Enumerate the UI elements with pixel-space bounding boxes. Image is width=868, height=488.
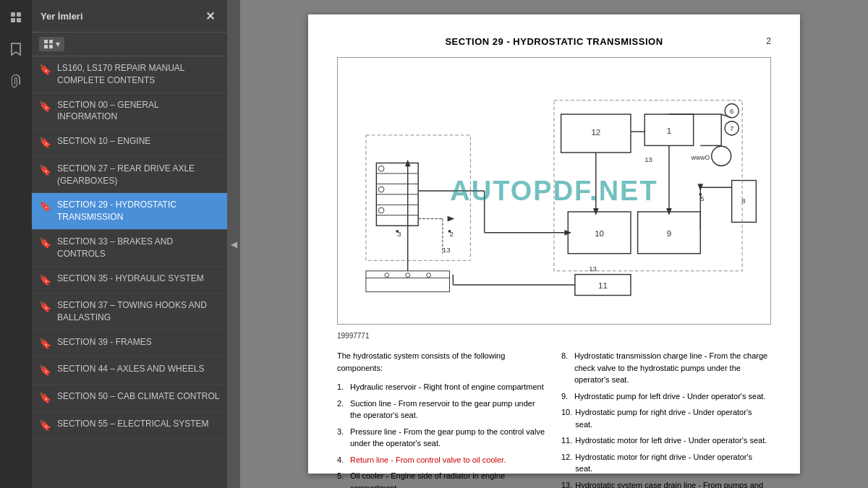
svg-text:6: 6 [730, 107, 733, 115]
list-number: 5. [337, 470, 347, 488]
list-item: 13.Hydrostatic system case drain line - … [561, 479, 771, 489]
list-text: Hydrostatic motor for right drive - Unde… [575, 451, 771, 475]
controls-arrow: ▾ [56, 39, 60, 49]
bookmark-marker-icon: 🔖 [39, 337, 51, 351]
list-number: 8. [561, 350, 571, 386]
list-item: 8.Hydrostatic transmission charge line -… [561, 350, 771, 386]
bookmark-marker-icon: 🔖 [39, 391, 51, 406]
bookmark-item-bm-s33[interactable]: 🔖 SECTION 33 – BRAKES AND CONTROLS [32, 230, 227, 267]
right-list: 8.Hydrostatic transmission charge line -… [561, 350, 771, 488]
bookmark-marker-icon: 🔖 [39, 163, 51, 178]
bookmark-marker-icon: 🔖 [39, 236, 51, 251]
pdf-page: 2 SECTION 29 - HYDROSTATIC TRANSMISSION [308, 14, 800, 474]
bookmark-item-bm-s50[interactable]: 🔖 SECTION 50 – CAB CLIMATE CONTROL [32, 385, 227, 412]
svg-rect-5 [49, 40, 53, 43]
content-columns: The hydrostatic system consists of the f… [337, 350, 771, 488]
panel-collapse-arrow[interactable]: ◀ [227, 0, 240, 488]
svg-text:13: 13 [644, 155, 652, 163]
list-item: 9.Hydrostatic pump for left drive - Unde… [561, 390, 771, 403]
list-text: Oil cooler - Engine side of radiator in … [350, 470, 547, 488]
bookmark-item-bm-s27[interactable]: 🔖 SECTION 27 – REAR DRIVE AXLE (GEARBOXE… [32, 157, 227, 194]
svg-rect-7 [49, 45, 53, 48]
bookmark-label: SECTION 27 – REAR DRIVE AXLE (GEARBOXES) [57, 163, 220, 187]
panel-controls: ▾ [32, 33, 227, 56]
bookmark-icon[interactable] [4, 38, 27, 61]
bookmark-label: SECTION 10 – ENGINE [57, 135, 220, 147]
bookmark-marker-icon: 🔖 [39, 200, 51, 214]
bookmark-label: SECTION 33 – BRAKES AND CONTROLS [57, 236, 220, 260]
list-item: 1.Hydraulic reservoir - Right front of e… [337, 381, 547, 393]
list-number: 10. [561, 406, 572, 430]
svg-text:9: 9 [667, 229, 671, 238]
bookmark-item-bm-s44[interactable]: 🔖 SECTION 44 – AXLES AND WHEELS [32, 357, 227, 385]
left-toolbar [0, 0, 32, 488]
list-number: 1. [337, 381, 347, 393]
pages-icon[interactable] [4, 6, 27, 29]
grid-controls-button[interactable]: ▾ [39, 37, 64, 51]
bookmark-label: SECTION 29 - HYDROSTATIC TRANSMISSION [57, 199, 220, 223]
svg-text:7: 7 [730, 124, 733, 132]
list-number: 12. [561, 451, 572, 475]
left-list: 1.Hydraulic reservoir - Right front of e… [337, 381, 547, 488]
svg-rect-0 [11, 12, 15, 17]
bookmark-item-bm-s10[interactable]: 🔖 SECTION 10 – ENGINE [32, 129, 227, 157]
attachment-icon[interactable] [4, 69, 27, 93]
bookmark-list: 🔖 LS160, LS170 REPAIR MANUAL COMPLETE CO… [32, 56, 227, 488]
bookmark-item-bm-s55[interactable]: 🔖 SECTION 55 – ELECTRICAL SYSTEM [32, 412, 227, 440]
list-text: Return line - From control valve to oil … [350, 454, 506, 466]
bookmark-marker-icon: 🔖 [39, 63, 51, 77]
svg-text:10: 10 [595, 229, 604, 238]
list-text: Suction line - From reservoir to the gea… [350, 398, 547, 421]
list-item: 10.Hydrostatic pump for right drive - Un… [561, 406, 771, 430]
intro-text: The hydrostatic system consists of the f… [337, 350, 547, 374]
main-content: 2 SECTION 29 - HYDROSTATIC TRANSMISSION [240, 0, 868, 488]
bookmark-marker-icon: 🔖 [39, 273, 51, 288]
list-text: Hydrostatic motor for left drive - Under… [575, 435, 767, 447]
diagram-container: 10 9 1 12 11 wwwO 7 [337, 57, 771, 325]
bookmark-item-bm-s00[interactable]: 🔖 SECTION 00 – GENERAL INFORMATION [32, 93, 227, 130]
svg-rect-3 [17, 18, 21, 22]
svg-point-42 [396, 230, 399, 233]
list-text: Hydrostatic system case drain line - Fro… [575, 479, 771, 489]
bookmark-label: SECTION 39 - FRAMES [57, 336, 220, 348]
svg-rect-6 [44, 45, 48, 48]
bookmark-marker-icon: 🔖 [39, 300, 51, 314]
list-item: 11.Hydrostatic motor for left drive - Un… [561, 435, 771, 447]
svg-text:12: 12 [591, 128, 600, 137]
svg-point-40 [448, 230, 451, 233]
list-number: 9. [561, 390, 571, 403]
bookmark-item-bm-ls160[interactable]: 🔖 LS160, LS170 REPAIR MANUAL COMPLETE CO… [32, 56, 227, 93]
list-number: 11. [561, 435, 572, 447]
list-text: Hydrostatic pump for right drive - Under… [575, 406, 771, 430]
svg-text:11: 11 [598, 281, 608, 290]
bookmark-label: SECTION 50 – CAB CLIMATE CONTROL [57, 390, 220, 403]
list-number: 3. [337, 426, 347, 450]
bookmark-item-bm-s39[interactable]: 🔖 SECTION 39 - FRAMES [32, 330, 227, 358]
page-number: 2 [766, 36, 771, 46]
svg-rect-1 [17, 12, 21, 17]
bookmark-marker-icon: 🔖 [39, 419, 51, 433]
bookmark-label: LS160, LS170 REPAIR MANUAL COMPLETE CONT… [57, 62, 220, 87]
bookmark-item-bm-s29[interactable]: 🔖 SECTION 29 - HYDROSTATIC TRANSMISSION [32, 193, 227, 230]
bookmark-marker-icon: 🔖 [39, 364, 51, 378]
svg-text:13: 13 [589, 265, 597, 273]
list-item: 5.Oil cooler - Engine side of radiator i… [337, 470, 547, 488]
bookmark-item-bm-s35[interactable]: 🔖 SECTION 35 - HYDRAULIC SYSTEM [32, 267, 227, 294]
list-text: Pressure line - From the gear pump to th… [350, 426, 547, 450]
svg-rect-2 [11, 18, 15, 22]
list-item: 12.Hydrostatic motor for right drive - U… [561, 451, 771, 475]
bookmark-label: SECTION 44 – AXLES AND WHEELS [57, 363, 220, 375]
bookmark-item-bm-s37[interactable]: 🔖 SECTION 37 – TOWING HOOKS AND BALLASTI… [32, 294, 227, 330]
diagram-number: 19997771 [337, 332, 771, 340]
list-number: 4. [337, 454, 347, 466]
svg-text:wwwO: wwwO [691, 154, 710, 161]
content-left: The hydrostatic system consists of the f… [337, 350, 547, 488]
diagram-svg: 10 9 1 12 11 wwwO 7 [345, 65, 763, 317]
list-item: 4.Return line - From control valve to oi… [337, 454, 547, 466]
close-icon[interactable]: ✕ [201, 7, 218, 25]
section-title: SECTION 29 - HYDROSTATIC TRANSMISSION [337, 36, 771, 47]
bookmark-marker-icon: 🔖 [39, 100, 51, 114]
list-item: 2.Suction line - From reservoir to the g… [337, 398, 547, 421]
bookmark-label: SECTION 37 – TOWING HOOKS AND BALLASTING [57, 299, 220, 324]
list-text: Hydrostatic pump for left drive - Under … [574, 390, 765, 403]
